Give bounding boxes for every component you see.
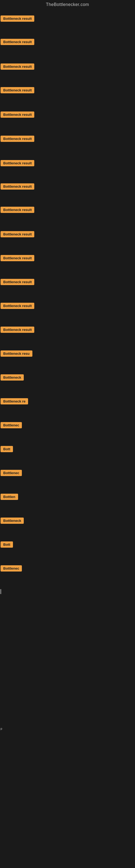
result-row-4: Bottleneck result <box>1 87 34 94</box>
result-row-16: Bottleneck <box>1 374 24 382</box>
result-row-6: Bottleneck result <box>1 135 34 143</box>
site-title: TheBottlenecker.com <box>0 0 135 9</box>
bottleneck-badge-21[interactable]: Bottlen <box>1 494 18 500</box>
small-label: p <box>1 727 2 730</box>
result-row-22: Bottleneck <box>1 518 24 525</box>
bottleneck-badge-8[interactable]: Bottleneck result <box>1 183 34 190</box>
result-row-8: Bottleneck result <box>1 183 34 191</box>
result-row-14: Bottleneck result <box>1 327 34 334</box>
result-row-9: Bottleneck result <box>1 207 34 214</box>
bottleneck-badge-13[interactable]: Bottleneck result <box>1 303 34 309</box>
result-row-15: Bottleneck resu <box>1 350 32 358</box>
bottleneck-badge-14[interactable]: Bottleneck result <box>1 327 34 333</box>
result-row-1: Bottleneck result <box>1 16 34 23</box>
result-row-12: Bottleneck result <box>1 279 34 286</box>
result-row-19: Bott <box>1 446 13 453</box>
result-row-17: Bottleneck re <box>1 398 28 405</box>
bottleneck-badge-12[interactable]: Bottleneck result <box>1 279 34 285</box>
bottleneck-badge-24[interactable]: Bottlenec <box>1 565 22 571</box>
cursor-line <box>1 589 1 594</box>
bottleneck-badge-18[interactable]: Bottlenec <box>1 422 22 428</box>
bottleneck-badge-1[interactable]: Bottleneck result <box>1 16 34 22</box>
bottleneck-badge-2[interactable]: Bottleneck result <box>1 39 34 45</box>
result-row-20: Bottlenec <box>1 470 22 477</box>
bottleneck-badge-19[interactable]: Bott <box>1 446 13 452</box>
result-row-7: Bottleneck result <box>1 160 34 167</box>
result-row-21: Bottlen <box>1 494 18 501</box>
result-row-10: Bottleneck result <box>1 231 34 239</box>
bottleneck-badge-16[interactable]: Bottleneck <box>1 374 24 380</box>
bottleneck-badge-10[interactable]: Bottleneck result <box>1 231 34 237</box>
result-row-3: Bottleneck result <box>1 63 34 71</box>
bottleneck-badge-20[interactable]: Bottlenec <box>1 470 22 476</box>
bottleneck-badge-7[interactable]: Bottleneck result <box>1 160 34 166</box>
result-row-13: Bottleneck result <box>1 303 34 310</box>
bottleneck-badge-22[interactable]: Bottleneck <box>1 518 24 524</box>
bottleneck-badge-3[interactable]: Bottleneck result <box>1 63 34 70</box>
result-row-2: Bottleneck result <box>1 39 34 46</box>
result-row-24: Bottlenec <box>1 565 22 572</box>
bottleneck-badge-4[interactable]: Bottleneck result <box>1 87 34 93</box>
result-row-18: Bottlenec <box>1 422 22 429</box>
bottleneck-badge-9[interactable]: Bottleneck result <box>1 207 34 213</box>
bottleneck-badge-15[interactable]: Bottleneck resu <box>1 350 32 357</box>
bottleneck-badge-6[interactable]: Bottleneck result <box>1 135 34 142</box>
bottleneck-badge-23[interactable]: Bott <box>1 541 13 548</box>
result-row-5: Bottleneck result <box>1 112 34 119</box>
result-row-11: Bottleneck result <box>1 255 34 262</box>
bottleneck-badge-5[interactable]: Bottleneck result <box>1 112 34 118</box>
bottleneck-badge-17[interactable]: Bottleneck re <box>1 398 28 404</box>
result-row-23: Bott <box>1 541 13 549</box>
bottleneck-badge-11[interactable]: Bottleneck result <box>1 255 34 261</box>
